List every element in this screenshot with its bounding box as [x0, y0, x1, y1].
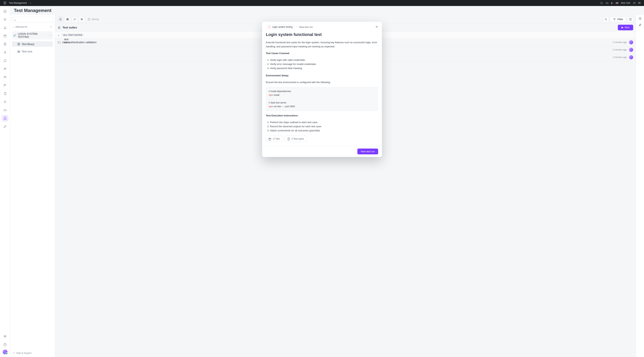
section-exec-heading: Test Execution Instructions:	[266, 114, 298, 117]
date-pill[interactable]: 17 Dec	[266, 136, 282, 142]
list-item: Verify password field masking	[270, 66, 378, 70]
modal-breadcrumb-label: New test run	[299, 26, 313, 28]
close-icon[interactable]: ✕	[375, 25, 378, 29]
clock-hh: 13	[633, 2, 636, 4]
new-test-run-label: New test run	[361, 150, 375, 153]
font-size-icon[interactable]: Aa	[606, 2, 608, 4]
flag-icon[interactable]: 🇺🇸	[616, 2, 618, 4]
search-icon[interactable]	[600, 2, 603, 4]
section-env-heading: Environment Setup:	[266, 74, 289, 77]
chevron-right-icon: ›	[296, 26, 297, 28]
cases-count-pill[interactable]: 3 Test cases	[284, 136, 306, 142]
env-text: Ensure the test environment is configure…	[266, 80, 378, 84]
code-block: # Install dependencies npm install # Sta…	[266, 87, 378, 111]
cases-pill-label: 3 Test cases	[292, 137, 304, 141]
list-item: Attach screenshots for all outcomes (pas…	[270, 128, 378, 133]
app-icon	[3, 2, 6, 4]
clock-mm: 05	[638, 2, 641, 4]
section-cases-heading: Test Cases Covered:	[266, 52, 290, 55]
new-tab-icon[interactable]: ＋	[29, 2, 32, 5]
new-test-run-button[interactable]: New test run	[357, 148, 378, 154]
modal-origin-pill[interactable]: Login system testing	[266, 25, 294, 29]
app-label: Test Management	[9, 2, 27, 4]
theme-toggle-icon[interactable]: ◐	[611, 2, 613, 4]
location-label: New York	[621, 2, 630, 4]
modal-footer: New test run	[262, 146, 382, 157]
date-pill-label: 17 Dec	[273, 137, 280, 141]
modal-header: Login system testing › New test run ✕	[262, 22, 382, 32]
modal-backdrop: Login system testing › New test run ✕ Lo…	[0, 6, 644, 357]
cases-list: Verify login with valid credentials Veri…	[266, 58, 378, 70]
svg-point-1	[600, 2, 602, 4]
new-test-run-modal: Login system testing › New test run ✕ Lo…	[262, 22, 382, 157]
list-item: Record the observed outputs for each tes…	[270, 124, 378, 128]
modal-intro: Execute functional test cases for the lo…	[266, 40, 378, 49]
list-item: Perform the steps outlined in each test …	[270, 120, 378, 124]
project-color-dot	[268, 26, 270, 28]
calendar-icon	[268, 137, 271, 141]
exec-steps-list: Perform the steps outlined in each test …	[266, 120, 378, 133]
modal-body: Execute functional test cases for the lo…	[262, 38, 382, 146]
list-item: Verify error message for invalid credent…	[270, 62, 378, 66]
modal-title: Login system functional test	[262, 32, 382, 38]
svg-rect-27	[269, 138, 271, 140]
list-item: Verify login with valid credentials	[270, 58, 378, 62]
doc-icon	[287, 137, 290, 141]
modal-origin-label: Login system testing	[272, 26, 292, 28]
